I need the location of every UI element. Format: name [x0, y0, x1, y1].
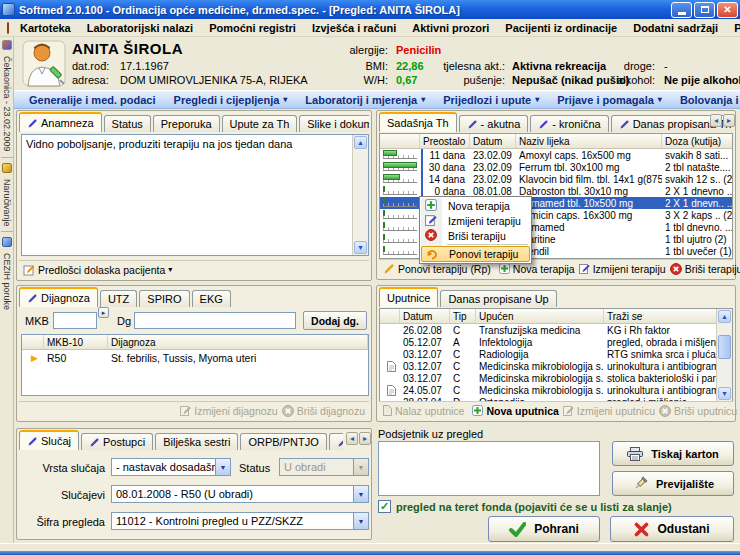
dg-input[interactable] — [134, 312, 296, 329]
previjaliste-button[interactable]: Previjalište — [612, 471, 734, 496]
tab-akutna[interactable]: - akutna — [459, 115, 529, 132]
column-header-doza[interactable]: Doza (kutija) — [662, 134, 733, 148]
brisi-uputnicu-button[interactable]: Briši uputnicu — [659, 405, 737, 417]
nav-prijedlozi-upute[interactable]: Prijedlozi i upute▾ — [434, 94, 548, 106]
tab-postupci[interactable]: Postupci — [81, 433, 153, 450]
tab-kronicna[interactable]: - kronična — [530, 115, 608, 132]
dodaj-dg-button[interactable]: Dodaj dg. — [303, 311, 367, 330]
uputnica-row[interactable]: 03.12.07 C Medicinska mikrobiologija s..… — [380, 360, 732, 372]
nav-bolovanja-putni-nalozi[interactable]: Bolovanja i putni nalozi▾ — [671, 94, 740, 106]
ponovi-terapiju-rp-button[interactable]: Ponovi terapiju (Rp) — [383, 263, 491, 275]
tab-upute-za-th[interactable]: Upute za Th — [222, 115, 298, 132]
tab-dijagnoza[interactable]: Dijagnoza — [19, 287, 98, 307]
vrsta-slucaja-select[interactable]: - nastavak dosadašnjeg ▼ — [111, 458, 231, 476]
menu-aktivni-prozori[interactable]: Aktivni prozori — [404, 20, 497, 36]
tab-danas-propisane-up[interactable]: Danas propisane Up — [440, 290, 556, 307]
menu-laboratorijski-nalazi[interactable]: Laboratorijski nalazi — [79, 20, 201, 36]
column-header-trazi-se[interactable]: Traži se — [604, 309, 720, 323]
tab-sadasnja-th[interactable]: Sadašnja Th — [379, 112, 457, 132]
podsjetnik-textarea[interactable] — [378, 441, 600, 496]
column-header-bar[interactable] — [380, 134, 420, 148]
sidebar-item-narucivanje[interactable]: Naručivanje — [2, 176, 12, 230]
dijagnoza-row[interactable]: ▶ R50 St. febrilis, Tussis, Myoma uteri — [22, 350, 368, 365]
uputnica-row[interactable]: 05.12.07 A Infektologija pregled, obrada… — [380, 336, 732, 348]
menu-pacijenti-iz-ordinacije[interactable]: Pacijenti iz ordinacije — [497, 20, 625, 36]
scroll-up-icon[interactable]: ▲ — [354, 136, 367, 149]
column-header-tip[interactable]: Tip — [450, 309, 476, 323]
context-brisi-terapiju[interactable]: Briši terapiju — [421, 228, 530, 243]
nav-generalije[interactable]: Generalije i med. podaci — [20, 94, 165, 106]
uputnica-row[interactable]: 03.12.07 C Medicinska mikrobiologija s..… — [380, 372, 732, 384]
column-header-datum[interactable]: Datum — [470, 134, 516, 148]
fond-checkbox[interactable]: ✓ — [378, 500, 391, 513]
izmijeni-dijagnozu-button[interactable]: Izmijeni dijagnozu — [180, 405, 277, 417]
therapy-row[interactable]: 11 dana 23.02.09 Amoxyl caps. 16x500 mg … — [380, 149, 732, 161]
column-header-icon[interactable] — [380, 309, 400, 323]
mkb-lookup-button[interactable]: ▸ — [98, 307, 109, 318]
odustani-button[interactable]: Odustani — [610, 516, 734, 542]
tiskaj-karton-button[interactable]: Tiskaj karton — [612, 441, 734, 466]
context-izmijeni-terapiju[interactable]: Izmijeni terapiju — [421, 213, 530, 228]
column-header-preostalo[interactable]: Preostalo — [420, 134, 470, 148]
therapy-row[interactable]: 30 dana 23.02.09 Ferrum tbl. 30x100 mg 2… — [380, 161, 732, 173]
pohrani-button[interactable]: Pohrani — [488, 516, 600, 542]
tab-bolovanja[interactable]: Bolovan — [329, 433, 343, 450]
nav-prijave-pomagala[interactable]: Prijave i pomagala▾ — [548, 94, 671, 106]
tab-anamneza[interactable]: Anamneza — [19, 112, 102, 132]
column-header-icon[interactable] — [22, 335, 44, 349]
column-header-upucen[interactable]: Upućen — [476, 309, 604, 323]
tab-orpb-pntjo[interactable]: ORPB/PNTJO — [240, 433, 326, 450]
column-header-datum[interactable]: Datum — [400, 309, 450, 323]
tab-ekg[interactable]: EKG — [192, 290, 231, 307]
uputnica-row[interactable]: 26.02.08 C Transfuzijska medicina KG i R… — [380, 324, 732, 336]
context-nova-terapija[interactable]: Nova terapija — [421, 198, 530, 213]
tab-slucaj[interactable]: Slučaj — [19, 430, 79, 450]
brisi-terapiju-button[interactable]: Briši terapiju — [670, 263, 740, 275]
tab-scroll-left-icon[interactable]: ◂ — [710, 114, 722, 127]
column-header-naziv[interactable]: Naziv lijeka — [516, 134, 662, 148]
tab-scroll-right-icon[interactable]: ▸ — [359, 432, 371, 445]
anamneza-textarea[interactable]: Vidno poboljsanje, produziti terapiju na… — [21, 134, 369, 256]
tab-utz[interactable]: UTZ — [100, 290, 137, 307]
menu-izvjesca-i-racuni[interactable]: Izvješća i računi — [304, 20, 404, 36]
nova-uputnica-button[interactable]: Nova uputnica — [472, 405, 558, 417]
menu-pomocni-registri[interactable]: Pomoćni registri — [201, 20, 304, 36]
nalaz-uputnice-button[interactable]: Nalaz uputnice — [383, 405, 464, 417]
izmijeni-terapiju-button[interactable]: Izmijeni terapiju — [579, 263, 666, 275]
therapy-row[interactable]: 14 dana 23.02.09 Klavocin bid film. tbl.… — [380, 173, 732, 185]
scroll-down-icon[interactable]: ▼ — [354, 241, 367, 254]
tab-scroll-right-icon[interactable]: ▸ — [723, 114, 735, 127]
brisi-dijagnozu-button[interactable]: Briši dijagnozu — [282, 405, 365, 417]
menu-kartoteka[interactable]: Kartoteka — [12, 20, 79, 36]
context-ponovi-terapiju[interactable]: Ponovi terapiju — [421, 246, 530, 262]
tab-spiro[interactable]: SPIRO — [139, 290, 189, 307]
status-select[interactable]: U obradi ▼ — [279, 458, 369, 476]
mkb-input[interactable] — [53, 312, 97, 329]
slucajevi-select[interactable]: 08.01.2008 - R50 (U obradi) ▼ — [111, 485, 369, 503]
uputnica-row[interactable]: 03.12.07 C Radiologija RTG snimka srca i… — [380, 348, 732, 360]
izmijeni-uputnicu-button[interactable]: Izmijeni uputnicu — [563, 405, 655, 417]
tab-status[interactable]: Status — [104, 115, 151, 132]
sidebar-item-cezih-poruke[interactable]: CEZIH poruke — [2, 250, 12, 313]
sidebar-item-cekaonica[interactable]: Čekaonica - 23.02.2009 — [2, 53, 12, 155]
menu-dodatni-sadrzaji[interactable]: Dodatni sadržaji — [625, 20, 726, 36]
restore-button[interactable] — [694, 2, 715, 18]
close-button[interactable]: ✕ — [717, 2, 738, 18]
scroll-thumb[interactable] — [718, 335, 731, 359]
scrollbar[interactable]: ▲ ▼ — [716, 309, 732, 401]
sifra-pregleda-select[interactable]: 11012 - Kontrolni pregled u PZZ/SKZZ ▼ — [111, 512, 369, 530]
nova-terapija-button[interactable]: Nova terapija — [499, 263, 575, 275]
uputnica-row[interactable]: 24.05.07 C Medicinska mikrobiologija s..… — [380, 384, 732, 396]
tab-scroll-left-icon[interactable]: ◂ — [346, 432, 358, 445]
tab-preporuka[interactable]: Preporuka — [153, 115, 220, 132]
column-header-dijagnoza[interactable]: Dijagnoza — [108, 335, 368, 349]
predlosci-button[interactable]: Predlošci dolaska pacijenta ▾ — [23, 264, 172, 276]
nav-laboratorij-mjerenja[interactable]: Laboratorij i mjerenja▾ — [296, 94, 434, 106]
scrollbar[interactable]: ▲ ▼ — [352, 135, 368, 255]
tab-biljeska-sestri[interactable]: Bilješka sestri — [155, 433, 238, 450]
tab-uputnice[interactable]: Uputnice — [379, 287, 438, 307]
menu-podesenja[interactable]: Podešenja — [726, 20, 740, 36]
column-header-mkb10[interactable]: MKB-10 — [44, 335, 108, 349]
scroll-up-icon[interactable]: ▲ — [718, 310, 731, 323]
minimize-button[interactable] — [671, 2, 692, 18]
